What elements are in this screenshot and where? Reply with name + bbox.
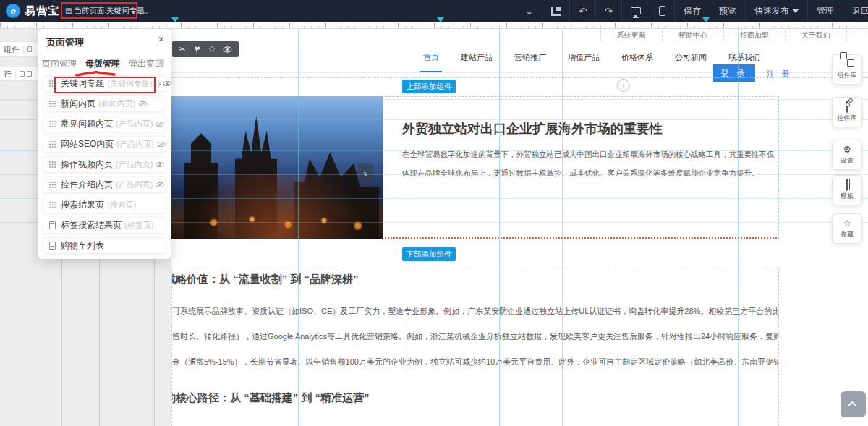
page-list-item-keyword-topic[interactable]: 关键词专题 (关键词专题页) <box>43 75 166 92</box>
vertical-guide[interactable] <box>298 29 299 426</box>
more-options-icon[interactable]: ··· <box>158 78 170 89</box>
page-list-item[interactable]: 常见问题内页 (产品内页) <box>43 116 166 132</box>
components-label: 组件 <box>4 44 20 55</box>
drag-handle-badge[interactable]: ↕ <box>617 79 630 92</box>
back-to-top-button[interactable] <box>841 391 866 417</box>
ruler-guide-marker[interactable] <box>702 17 710 22</box>
drag-handle-icon[interactable] <box>49 141 56 148</box>
quick-publish-button[interactable]: 快速发布 <box>745 0 807 22</box>
mobile-view-button[interactable] <box>650 0 674 22</box>
hero-carousel-image[interactable] <box>171 96 383 239</box>
nav-item[interactable]: 营销推广 <box>514 52 546 63</box>
panel-title: 页面管理 <box>46 36 84 49</box>
lower-text-section[interactable]: 战略价值：从 “流量收割” 到 “品牌深耕” 可系统展示品牌故事、资质认证（如I… <box>171 268 779 426</box>
collapse-toolbar-button[interactable]: ⌄ <box>516 0 542 22</box>
rail-label: 控件库 <box>838 114 857 123</box>
page-dropdown-chevron-icon[interactable]: ⌄ <box>142 0 150 22</box>
carousel-next-icon[interactable]: › <box>358 163 373 182</box>
top-toolbar: e 易营宝 ▤ 当前页面:关键词专题 ⌄ ⌄ ↶ ↷ 保存 预览 快速发布 管理… <box>0 0 868 22</box>
tab-page-management[interactable]: 页面管理 <box>42 58 77 70</box>
page-list-item[interactable]: 操作视频内页 (产品内页) <box>43 156 166 173</box>
tab-master-management[interactable]: 母版管理 <box>85 58 120 70</box>
nav-item[interactable]: 增值产品 <box>568 52 600 63</box>
nav-item-home[interactable]: 首页 <box>423 52 439 63</box>
left-toolbar-rows[interactable]: 行| <box>0 67 38 81</box>
editor-app: e 易营宝 ▤ 当前页面:关键词专题 ⌄ ⌄ ↶ ↷ 保存 预览 快速发布 管理… <box>0 0 868 426</box>
drag-handle-icon[interactable] <box>49 121 56 127</box>
page-list-item[interactable]: 控件介绍内页 (产品内页) <box>43 176 166 193</box>
desktop-view-button[interactable] <box>621 0 650 22</box>
vertical-guide[interactable] <box>409 29 409 426</box>
cut-icon[interactable]: ✂ <box>179 45 186 54</box>
drag-handle-icon[interactable] <box>49 161 56 168</box>
ruler-guide-marker[interactable] <box>171 17 179 22</box>
page-type: (产品内页) <box>116 159 153 170</box>
manage-button[interactable]: 管理 <box>807 0 843 22</box>
vertical-guide[interactable] <box>499 29 500 426</box>
drag-handle-icon[interactable] <box>49 80 56 87</box>
page-list-item[interactable]: 购物车列表 <box>43 237 166 254</box>
vertical-guide[interactable] <box>807 29 807 426</box>
page-list-item[interactable]: 新闻内页 (新闻内页) <box>43 95 166 112</box>
nav-item[interactable]: 价格体系 <box>621 52 653 63</box>
settings-button[interactable]: ⚙ 设置 <box>832 140 862 170</box>
eye-off-icon[interactable] <box>156 121 164 127</box>
drag-handle-icon[interactable] <box>49 182 56 188</box>
nav-item[interactable]: 建站产品 <box>461 52 493 63</box>
caret-down-icon <box>793 9 799 13</box>
select-cursor-icon[interactable] <box>193 46 201 54</box>
nav-item[interactable]: 公司新闻 <box>675 52 707 63</box>
page-list-item[interactable]: 搜索结果页 (搜索页) <box>43 197 166 213</box>
back-button[interactable]: 返回 <box>843 0 868 22</box>
vertical-guide[interactable] <box>738 29 739 426</box>
redo-button[interactable]: ↷ <box>595 0 621 22</box>
horizontal-ruler[interactable] <box>0 22 868 29</box>
preview-button[interactable]: 预览 <box>710 0 745 22</box>
page-list-item[interactable]: 网站SEO内页 (产品内页) <box>43 136 166 153</box>
ruler-guide-marker[interactable] <box>437 17 444 22</box>
chevron-down-icon: ⌄ <box>525 6 533 17</box>
eye-off-icon[interactable] <box>138 101 147 107</box>
logo-text: 易营宝 <box>25 4 59 18</box>
utility-nav-link[interactable]: 系统更新 <box>601 30 663 41</box>
favorite-star-icon[interactable]: ☆ <box>208 45 216 54</box>
nav-item[interactable]: 联系我们 <box>728 52 760 63</box>
current-page-annotation-box[interactable]: ▤ 当前页面:关键词专题 <box>61 2 137 19</box>
utility-nav-link[interactable]: 招商加盟 <box>724 30 786 41</box>
eye-off-icon[interactable] <box>157 141 166 148</box>
phone-icon <box>659 6 665 16</box>
left-toolbar-components[interactable]: 组件| <box>0 41 38 57</box>
page-name: 网站SEO内页 <box>61 138 114 150</box>
utility-nav-link[interactable]: 帮助中心 <box>663 30 724 41</box>
widget-library-button[interactable]: 控件库 <box>832 97 862 127</box>
eye-off-icon[interactable] <box>156 161 164 168</box>
login-button[interactable]: 登 录 <box>713 64 755 82</box>
article-title[interactable]: 外贸独立站对出口企业扩展海外市场的重要性 <box>402 120 663 137</box>
lower-paragraph-line: 金（通常5%-15%），长期节省显著。以年销售额100万美元的企业为例，独立站可… <box>172 357 779 367</box>
utility-nav-link[interactable]: 关于我们 <box>786 30 847 41</box>
drag-handle-icon[interactable] <box>49 101 56 107</box>
chevron-up-icon <box>848 401 857 410</box>
toolbar-icon <box>27 46 32 52</box>
document-icon <box>49 242 56 250</box>
add-component-top-button[interactable]: 上部添加组件 <box>402 80 456 93</box>
component-library-button[interactable]: 组件库 <box>832 54 862 85</box>
page-list-item[interactable]: 标签搜索结果页 (标签页) <box>43 217 166 234</box>
template-button[interactable]: 模板 <box>832 175 862 205</box>
undo-button[interactable]: ↶ <box>569 0 595 22</box>
vertical-guide[interactable] <box>562 29 563 426</box>
current-page-label: 当前页面:关键词专题 <box>74 6 144 16</box>
eye-off-icon[interactable] <box>156 182 164 188</box>
article-section[interactable]: › 外贸独立站对出口企业扩展海外市场的重要性 在全球贸易数字化加速的背景下，外贸… <box>171 96 779 239</box>
trash-icon[interactable] <box>157 58 166 67</box>
add-component-bottom-button[interactable]: 下部添加组件 <box>402 247 456 261</box>
snap-guide-button[interactable] <box>542 0 569 22</box>
drag-handle-icon[interactable] <box>49 202 56 208</box>
close-icon[interactable]: × <box>158 33 164 45</box>
page-management-panel: 页面管理 × 页面管理 母版管理 弹出窗口 关键词专题 (关键词专题页) 新闻内… <box>38 29 171 259</box>
preview-eye-icon[interactable] <box>223 46 232 53</box>
document-icon <box>49 221 56 229</box>
page-name: 新闻内页 <box>61 98 95 110</box>
favorites-button[interactable]: ☆ 收藏 <box>832 213 862 244</box>
rail-label: 模板 <box>841 192 854 201</box>
